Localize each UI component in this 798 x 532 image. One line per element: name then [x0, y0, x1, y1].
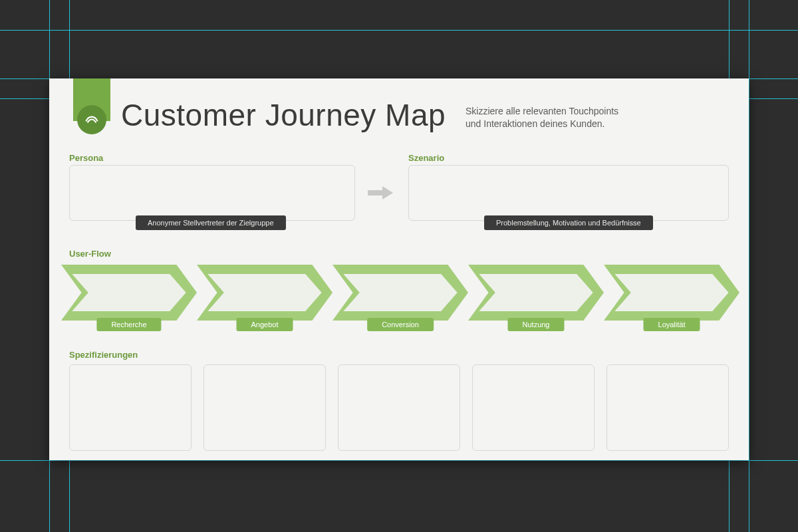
svg-marker-11: [614, 274, 728, 311]
flow-step-label: Angebot: [237, 318, 293, 331]
artboard-customer-journey-map[interactable]: Customer Journey Map Skizziere alle rele…: [49, 78, 749, 460]
guide-horizontal[interactable]: [0, 30, 798, 31]
label-szenario: Szenario: [408, 153, 444, 163]
szenario-input[interactable]: [408, 165, 729, 221]
flow-step-nutzung[interactable]: Nutzung: [468, 265, 604, 321]
flow-step-label: Loyalität: [644, 318, 700, 331]
arrow-right-icon: [365, 184, 396, 205]
tooltip-persona: Anonymer Stellvertreter der Zielgruppe: [136, 215, 286, 230]
flow-step-recherche[interactable]: Recherche: [61, 265, 197, 321]
userflow-row: Recherche Angebot Conversion Nutzung Loy…: [61, 265, 739, 321]
specification-cell[interactable]: [203, 364, 326, 451]
flow-step-angebot[interactable]: Angebot: [197, 265, 332, 321]
svg-marker-1: [382, 186, 393, 200]
guide-horizontal[interactable]: [0, 460, 798, 461]
label-spezifizierungen: Spezifizierungen: [69, 350, 138, 360]
brand-logo-icon: [77, 105, 106, 134]
flow-step-label: Conversion: [367, 318, 434, 331]
flow-step-loyalität[interactable]: Loyalität: [604, 265, 739, 321]
label-userflow: User-Flow: [69, 249, 111, 259]
specification-cell[interactable]: [69, 364, 192, 451]
guide-vertical[interactable]: [749, 0, 749, 532]
svg-marker-9: [479, 274, 593, 311]
page-subtitle: Skizziere alle relevanten Touchpoints un…: [466, 105, 692, 130]
label-persona: Persona: [69, 153, 103, 163]
svg-marker-7: [343, 274, 457, 311]
specification-cell[interactable]: [472, 364, 595, 451]
specification-cell[interactable]: [606, 364, 729, 451]
specifications-row: [69, 364, 729, 451]
tooltip-szenario: Problemstellung, Motivation und Bedürfni…: [484, 215, 653, 230]
flow-step-label: Recherche: [96, 318, 161, 331]
persona-input[interactable]: [69, 165, 355, 221]
page-title: Customer Journey Map: [121, 97, 446, 133]
svg-rect-0: [368, 190, 382, 196]
flow-step-conversion[interactable]: Conversion: [332, 265, 468, 321]
svg-marker-5: [207, 274, 321, 311]
svg-marker-3: [72, 274, 186, 311]
specification-cell[interactable]: [338, 364, 460, 451]
flow-step-label: Nutzung: [508, 318, 565, 331]
